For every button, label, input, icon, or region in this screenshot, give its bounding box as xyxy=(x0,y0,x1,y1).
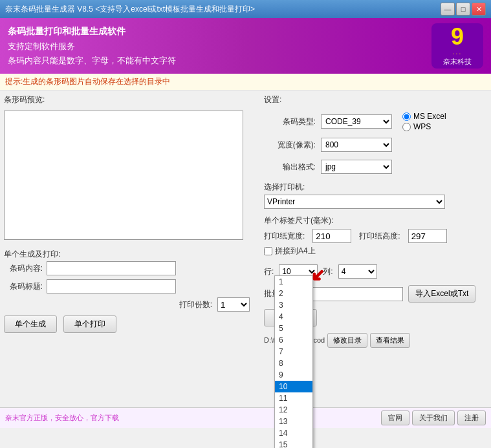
fit-a4-row: 拼接到A4上 xyxy=(264,246,487,257)
close-button[interactable]: ✕ xyxy=(472,3,486,16)
dropdown-item-5[interactable]: 5 xyxy=(275,323,312,334)
width-select[interactable]: 400 600 800 1000 1200 xyxy=(321,138,392,152)
print-height-input[interactable] xyxy=(408,229,447,243)
header-left: 条码批量打印和批量生成软件 支持定制软件服务 条码内容只能是数字、字母，不能有中… xyxy=(8,24,176,68)
row-label: 行: xyxy=(264,266,274,277)
dropdown-item-11[interactable]: 11 xyxy=(275,392,312,404)
preview-label: 条形码预览: xyxy=(4,94,256,105)
fit-a4-label: 拼接到A4上 xyxy=(275,246,316,257)
copies-row: 打印份数: 1 2 3 xyxy=(4,297,256,312)
path-buttons: 修改目录 查看结果 xyxy=(327,333,410,348)
about-button[interactable]: 关于我们 xyxy=(412,411,455,425)
barcode-preview xyxy=(4,111,243,240)
single-gen-section: 单个生成及打印: 条码内容: 条码标题: 打印份数: 1 2 3 单个生成 单个… xyxy=(4,249,256,333)
wps-label: WPS xyxy=(413,122,431,131)
header-line1: 条码批量打印和批量生成软件 xyxy=(8,24,176,39)
printer-label: 选择打印机: xyxy=(264,182,487,193)
barcode-subtitle-label: 条码标题: xyxy=(4,281,43,292)
title-bar: 奈末条码批量生成器 V8.5 <支持导入excel或txt模板批量生成和批量打印… xyxy=(0,0,491,18)
barcode-content-input[interactable] xyxy=(47,261,176,275)
ms-excel-radio[interactable]: MS Excel xyxy=(402,112,446,121)
footer-buttons: 官网 关于我们 注册 xyxy=(381,411,486,425)
single-gen-button[interactable]: 单个生成 xyxy=(4,315,57,333)
output-format-label: 输出格式: xyxy=(264,162,316,173)
col-label: 列: xyxy=(323,266,333,277)
footer-text: 奈末官方正版，安全放心，官方下载 xyxy=(5,413,119,423)
logo-number: 9 xyxy=(451,25,464,48)
dropdown-item-15[interactable]: 15 xyxy=(275,439,312,448)
output-format-row: 输出格式: jpg png bmp xyxy=(264,160,487,174)
info-text: 提示:生成的条形码图片自动保存在选择的目录中 xyxy=(5,77,170,86)
footer: 奈末官方正版，安全放心，官方下载 官网 关于我们 注册 xyxy=(0,407,491,428)
dropdown-item-7[interactable]: 7 xyxy=(275,346,312,357)
wps-radio[interactable]: WPS xyxy=(402,122,446,131)
logo-dots: ... xyxy=(453,48,462,56)
width-label: 宽度(像素): xyxy=(264,140,316,151)
view-result-button[interactable]: 查看结果 xyxy=(370,333,410,348)
header-line3: 条码内容只能是数字、字母，不能有中文字符 xyxy=(8,54,176,68)
row-dropdown[interactable]: 1 2 3 4 5 6 7 8 9 10 11 12 13 14 15 16 xyxy=(274,275,313,448)
barcode-content-row: 条码内容: xyxy=(4,261,256,275)
import-button[interactable]: 导入Excel或Txt xyxy=(408,285,475,303)
dropdown-item-14[interactable]: 14 xyxy=(275,427,312,439)
output-format-select[interactable]: jpg png bmp xyxy=(321,160,392,174)
barcode-content-label: 条码内容: xyxy=(4,263,43,274)
header-logo: 9 ... 奈末科技 xyxy=(431,23,483,69)
title-bar-buttons: — □ ✕ xyxy=(441,3,486,16)
print-width-label: 打印纸宽度: xyxy=(264,231,305,242)
barcode-subtitle-input[interactable] xyxy=(47,279,176,293)
dropdown-item-8[interactable]: 8 xyxy=(275,357,312,369)
print-height-label: 打印纸高度: xyxy=(359,231,400,242)
dropdown-item-6[interactable]: 6 xyxy=(275,334,312,346)
dropdown-item-3[interactable]: 3 xyxy=(275,299,312,311)
label-size-label: 单个标签尺寸(毫米): xyxy=(264,215,487,226)
label-size-section: 单个标签尺寸(毫米): 打印纸宽度: 打印纸高度: 拼接到A4上 xyxy=(264,215,487,261)
left-panel: 条形码预览: 单个生成及打印: 条码内容: 条码标题: 打印份数: 1 2 3 xyxy=(4,94,256,403)
copies-label: 打印份数: xyxy=(179,299,212,310)
website-button[interactable]: 官网 xyxy=(381,411,409,425)
dropdown-item-4[interactable]: 4 xyxy=(275,311,312,323)
edit-dir-button[interactable]: 修改目录 xyxy=(327,333,367,348)
ms-excel-label: MS Excel xyxy=(413,112,446,121)
excel-type-radio-group: MS Excel WPS xyxy=(402,112,446,131)
wps-radio-input[interactable] xyxy=(402,123,411,131)
register-button[interactable]: 注册 xyxy=(457,411,486,425)
ms-excel-radio-input[interactable] xyxy=(402,112,411,121)
barcode-subtitle-row: 条码标题: xyxy=(4,279,256,293)
dropdown-item-2[interactable]: 2 xyxy=(275,288,312,299)
title-bar-text: 奈末条码批量生成器 V8.5 <支持导入excel或txt模板批量生成和批量打印… xyxy=(5,4,441,15)
dropdown-item-13[interactable]: 13 xyxy=(275,416,312,427)
fit-a4-checkbox[interactable] xyxy=(264,247,272,255)
gen-btn-row: 单个生成 单个打印 xyxy=(4,315,256,333)
logo-company: 奈末科技 xyxy=(443,57,472,67)
printer-select[interactable]: VPrinter Microsoft Print to PDF OneNote xyxy=(264,195,445,209)
dropdown-item-9[interactable]: 9 xyxy=(275,369,312,381)
paper-size-row: 打印纸宽度: 打印纸高度: xyxy=(264,229,487,243)
info-bar: 提示:生成的条形码图片自动保存在选择的目录中 xyxy=(0,74,491,91)
col-select[interactable]: 123 456 78 xyxy=(338,264,377,279)
dropdown-item-1[interactable]: 1 xyxy=(275,276,312,288)
header-line2: 支持定制软件服务 xyxy=(8,39,176,54)
barcode-type-label: 条码类型: xyxy=(264,116,316,127)
copies-select[interactable]: 1 2 3 xyxy=(217,297,250,312)
print-width-input[interactable] xyxy=(312,229,351,243)
single-gen-label: 单个生成及打印: xyxy=(4,249,256,260)
barcode-type-select[interactable]: CODE_39 CODE_128 EAN_13 EAN_8 QR_CODE xyxy=(321,114,392,129)
maximize-button[interactable]: □ xyxy=(456,3,470,16)
minimize-button[interactable]: — xyxy=(441,3,455,16)
settings-label: 设置: xyxy=(264,94,487,105)
width-row: 宽度(像素): 400 600 800 1000 1200 xyxy=(264,138,487,152)
dropdown-item-10[interactable]: 10 xyxy=(275,381,312,392)
dropdown-item-12[interactable]: 12 xyxy=(275,404,312,416)
single-print-button[interactable]: 单个打印 xyxy=(63,315,116,333)
header-banner: 条码批量打印和批量生成软件 支持定制软件服务 条码内容只能是数字、字母，不能有中… xyxy=(0,18,491,74)
